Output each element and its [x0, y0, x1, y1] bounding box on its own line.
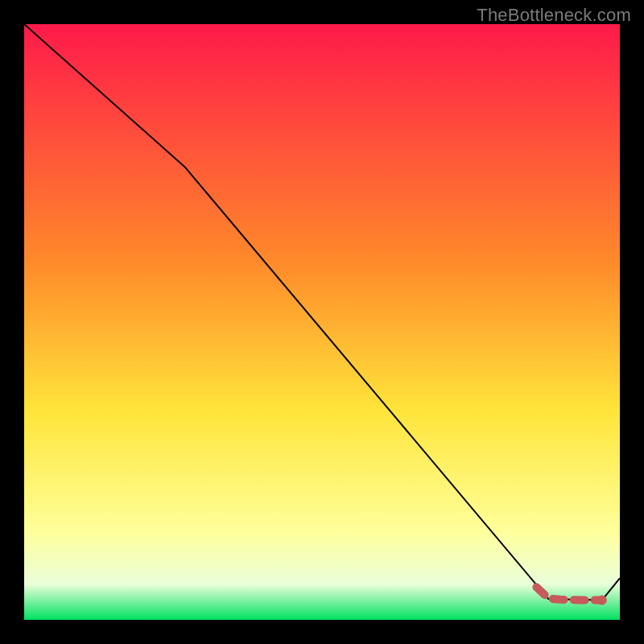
gradient-background	[24, 24, 620, 620]
watermark-text: TheBottleneck.com	[477, 5, 631, 26]
chart-svg	[24, 24, 620, 620]
chart-plot-area	[24, 24, 620, 620]
optimal-end-dot	[597, 596, 607, 605]
chart-frame: TheBottleneck.com	[0, 0, 644, 644]
